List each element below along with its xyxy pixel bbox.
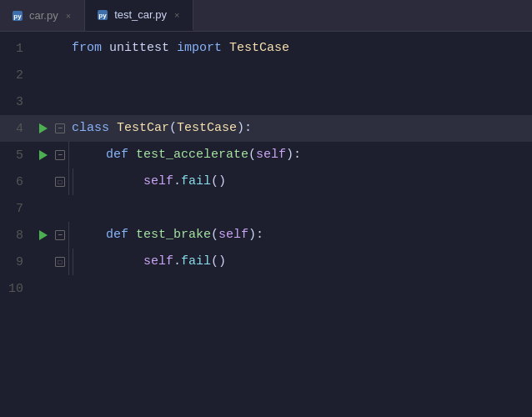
- fold-square-5: −: [55, 150, 65, 160]
- code-line-7: 7: [0, 195, 532, 222]
- fold-square-4: −: [55, 123, 65, 133]
- indent-guide-9b: [73, 249, 73, 275]
- tab-bar: py car.py × py test_car.py ×: [0, 0, 532, 32]
- tab-car-py-label: car.py: [29, 9, 58, 22]
- tab-car-py-close[interactable]: ×: [64, 10, 73, 22]
- code-text-8: def test_brake(self):: [73, 222, 263, 249]
- code-line-9: 9 □ self.fail(): [0, 249, 532, 275]
- run-triangle-5: [39, 150, 48, 160]
- code-line-4: 4 − class TestCar(TestCase):: [0, 115, 532, 142]
- fold-icon-6[interactable]: □: [52, 177, 68, 187]
- fold-icon-4[interactable]: −: [52, 123, 68, 133]
- fold-icon-9[interactable]: □: [52, 257, 68, 267]
- code-text-4: class TestCar(TestCase):: [68, 115, 252, 142]
- code-line-3: 3: [0, 88, 532, 115]
- tab-test-car-py[interactable]: py test_car.py ×: [85, 0, 193, 31]
- code-text-5: def test_accelerate(self):: [73, 142, 301, 168]
- code-container: 1 from unittest import TestCase 2 3: [0, 32, 532, 417]
- editor-area: 1 from unittest import TestCase 2 3: [0, 32, 532, 417]
- code-line-8: 8 − def test_brake(self):: [0, 222, 532, 249]
- code-text-9: self.fail(): [80, 249, 226, 275]
- svg-text:py: py: [13, 13, 22, 20]
- code-line-6: 6 □ self.fail(): [0, 168, 532, 195]
- indent-guide-6: [68, 168, 69, 195]
- line-number-2: 2: [0, 68, 35, 83]
- code-line-5: 5 − def test_accelerate(self):: [0, 142, 532, 168]
- run-button-5[interactable]: [35, 150, 52, 160]
- tab-test-car-py-close[interactable]: ×: [173, 9, 181, 21]
- run-button-4[interactable]: [35, 123, 52, 133]
- run-triangle-8: [39, 230, 48, 240]
- run-button-8[interactable]: [35, 230, 52, 240]
- fold-square-9: □: [55, 257, 65, 267]
- indent-guide-6b: [73, 168, 73, 195]
- fold-icon-8[interactable]: −: [52, 230, 68, 240]
- fold-square-6: □: [55, 177, 65, 187]
- line-number-8: 8: [0, 229, 35, 243]
- svg-text:py: py: [98, 12, 107, 19]
- line-number-10: 10: [0, 282, 35, 296]
- code-line-1: 1 from unittest import TestCase: [0, 35, 532, 62]
- code-line-2: 2: [0, 62, 532, 88]
- indent-guide-9: [68, 249, 69, 275]
- line-number-7: 7: [0, 202, 35, 216]
- fold-icon-5[interactable]: −: [52, 150, 68, 160]
- line-number-9: 9: [0, 255, 35, 269]
- code-text-6: self.fail(): [80, 168, 226, 195]
- code-line-10: 10: [0, 275, 532, 302]
- app-container: py car.py × py test_car.py × 1: [0, 0, 532, 417]
- tab-test-car-py-label: test_car.py: [114, 8, 167, 21]
- code-text-1: from unittest import TestCase: [68, 35, 289, 62]
- python-file-icon: py: [12, 10, 23, 22]
- line-number-3: 3: [0, 95, 35, 109]
- python-file-icon-active: py: [97, 9, 108, 21]
- tab-car-py[interactable]: py car.py ×: [0, 0, 85, 31]
- fold-square-8: −: [55, 230, 65, 240]
- line-number-4: 4: [0, 122, 35, 136]
- indent-guide-5: [68, 142, 69, 168]
- line-number-1: 1: [0, 42, 35, 56]
- run-triangle-4: [39, 123, 48, 133]
- indent-guide-8: [68, 222, 69, 249]
- line-number-5: 5: [0, 148, 35, 163]
- line-number-6: 6: [0, 175, 35, 189]
